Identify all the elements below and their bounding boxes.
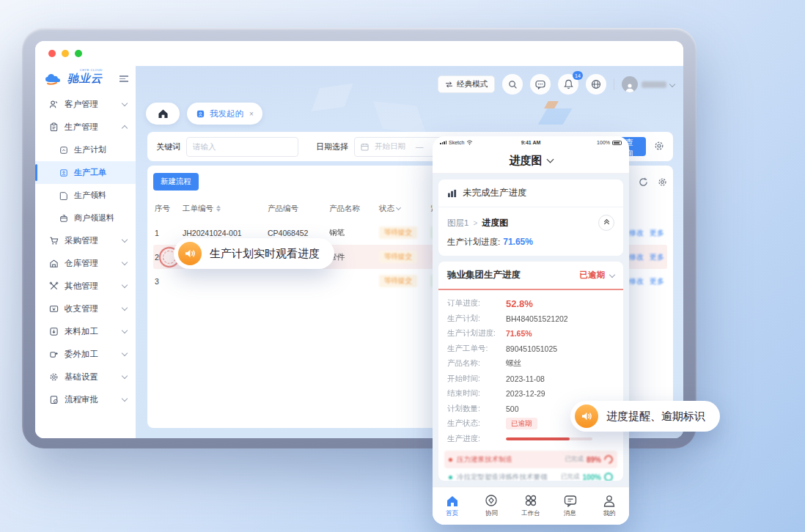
task-item[interactable]: 冷拉定型塑造淬炼件技术要领 已完成100% xyxy=(444,468,617,481)
refresh-icon[interactable] xyxy=(639,177,648,187)
keyword-label: 关键词 xyxy=(156,141,180,152)
switch-mode-icon xyxy=(445,81,453,88)
status-badge: 等待提交 xyxy=(379,275,417,287)
divider xyxy=(614,78,614,90)
minimize-window-button[interactable] xyxy=(62,50,69,57)
clipboard-icon xyxy=(49,122,59,132)
home-icon xyxy=(446,495,459,507)
breadcrumb-layer[interactable]: 图层1 xyxy=(447,218,468,229)
sidebar-item-production-mgmt[interactable]: 生产管理 xyxy=(35,116,136,138)
home-tab-button[interactable] xyxy=(146,103,180,125)
sidebar-fold-icon[interactable] xyxy=(120,75,128,82)
sidebar-item-production-workorder[interactable]: 生产工单 xyxy=(35,161,136,184)
sidebar-item-incoming-processing[interactable]: 来料加工 xyxy=(35,320,136,343)
speaker-icon xyxy=(178,242,202,265)
approval-doc-icon xyxy=(49,395,59,404)
sidebar: 驰业云 CHYE CLOUD 客户管理 生产管理 xyxy=(35,66,136,438)
start-date-value: 2023-11-08 xyxy=(506,374,545,383)
plan-doc-icon xyxy=(59,146,68,155)
logo-text: 驰业云 xyxy=(67,72,103,84)
sidebar-item-label: 采购管理 xyxy=(65,235,98,246)
sidebar-item-basic-settings[interactable]: 基础设置 xyxy=(35,366,136,388)
range-separator: — xyxy=(416,142,424,151)
inbox-in-icon xyxy=(49,327,59,336)
panel-header[interactable]: 驰业集团生产进度 已逾期 xyxy=(438,262,623,290)
new-process-button[interactable]: 新建流程 xyxy=(153,173,199,191)
deco-cube xyxy=(311,84,353,111)
tab-home[interactable]: 首页 xyxy=(433,495,472,518)
warehouse-icon xyxy=(49,259,59,268)
sidebar-item-other-mgmt[interactable]: 其他管理 xyxy=(35,275,136,298)
sidebar-item-purchase-mgmt[interactable]: 采购管理 xyxy=(35,229,136,252)
sidebar-item-customer-mgmt[interactable]: 客户管理 xyxy=(35,93,136,116)
action-more-link[interactable]: 更多 xyxy=(650,252,664,262)
sidebar-item-label: 基础设置 xyxy=(65,372,98,383)
summary-card: 未完成生产进度 图层1 > 进度图 生产计划进度:71.65% xyxy=(438,180,623,256)
phone-tab-bar: 首页 协同 工作台 消息 我的 xyxy=(433,487,629,525)
sidebar-item-label: 来料加工 xyxy=(65,326,98,337)
action-edit-link[interactable]: 修改 xyxy=(629,228,644,238)
chevron-down-icon[interactable] xyxy=(396,205,401,210)
action-more-link[interactable]: 更多 xyxy=(650,276,664,287)
user-name-blurred xyxy=(642,81,666,88)
action-edit-link[interactable]: 修改 xyxy=(629,252,644,262)
table-settings-gear-icon[interactable] xyxy=(658,177,667,187)
production-progress-bar xyxy=(506,437,592,441)
collapse-button[interactable] xyxy=(598,215,614,231)
classic-mode-button[interactable]: 经典模式 xyxy=(438,75,495,93)
message-icon xyxy=(564,495,577,507)
sidebar-item-outsource-processing[interactable]: 委外加工 xyxy=(35,343,136,366)
mobile-preview: Sketch 9:41 AM 100% 进度图 未完成生产进度 图层1 xyxy=(433,136,629,525)
voice-tooltip-overdue: 进度提醒、逾期标识 xyxy=(570,401,720,432)
sidebar-item-merchant-return[interactable]: 商户领退料 xyxy=(35,207,136,229)
sidebar-item-label: 生产管理 xyxy=(65,122,98,133)
tab-mine[interactable]: 我的 xyxy=(589,495,629,518)
close-window-button[interactable] xyxy=(48,50,56,57)
messages-button[interactable] xyxy=(530,74,551,95)
action-more-link[interactable]: 更多 xyxy=(650,228,664,238)
sidebar-item-label: 仓库管理 xyxy=(65,258,98,269)
action-edit-link[interactable]: 修改 xyxy=(629,276,644,287)
sidebar-item-process-approval[interactable]: 流程审批 xyxy=(35,388,136,411)
workorder-no-value: 890451051025 xyxy=(506,344,557,353)
sidebar-item-production-plan[interactable]: 生产计划 xyxy=(35,138,136,161)
search-button[interactable] xyxy=(502,74,523,95)
chevron-down-icon[interactable] xyxy=(546,156,554,163)
sidebar-item-label: 生产计划 xyxy=(74,144,106,155)
close-tab-icon[interactable]: × xyxy=(249,110,254,118)
sidebar-item-finance-mgmt[interactable]: 收支管理 xyxy=(35,298,136,320)
cloud-logo-icon xyxy=(44,73,63,86)
top-navbar: 经典模式 14 xyxy=(438,72,674,97)
collaboration-icon xyxy=(485,494,498,507)
sidebar-item-production-material[interactable]: 生产领料 xyxy=(35,184,136,207)
filter-settings-gear-icon[interactable] xyxy=(654,141,664,152)
maximize-window-button[interactable] xyxy=(75,50,82,57)
sort-icon[interactable] xyxy=(216,205,221,212)
task-item[interactable]: 压力灌浆技术制造 已完成89% xyxy=(444,451,617,468)
user-menu[interactable] xyxy=(622,76,674,92)
plan-progress-value: 71.65% xyxy=(506,329,532,338)
tab-workbench[interactable]: 工作台 xyxy=(511,494,551,518)
keyword-input[interactable] xyxy=(186,137,298,157)
chevron-down-icon xyxy=(609,271,615,277)
tab-my-initiated[interactable]: 我发起的 × xyxy=(187,103,262,125)
production-status-badge: 已逾期 xyxy=(506,418,537,429)
notification-badge: 14 xyxy=(573,71,583,80)
users-icon xyxy=(49,100,59,109)
sidebar-item-warehouse-mgmt[interactable]: 仓库管理 xyxy=(35,252,136,275)
tab-collaboration[interactable]: 协同 xyxy=(472,494,512,518)
plan-progress-label: 生产计划进度: xyxy=(447,237,500,246)
tooltip-text: 生产计划实时观看进度 xyxy=(210,247,320,261)
battery-icon xyxy=(612,141,622,145)
search-icon xyxy=(508,80,518,89)
tab-messages[interactable]: 消息 xyxy=(551,495,590,518)
sidebar-item-label: 其他管理 xyxy=(65,281,98,292)
breadcrumb: 图层1 > 进度图 xyxy=(438,207,623,237)
chevron-down-icon xyxy=(122,237,128,243)
notifications-button[interactable]: 14 xyxy=(558,74,578,95)
cart-icon xyxy=(49,236,59,245)
progress-ring-icon xyxy=(603,454,615,466)
cell-no: 1 xyxy=(155,229,183,237)
chevron-down-icon xyxy=(122,396,128,402)
language-button[interactable] xyxy=(586,74,606,95)
